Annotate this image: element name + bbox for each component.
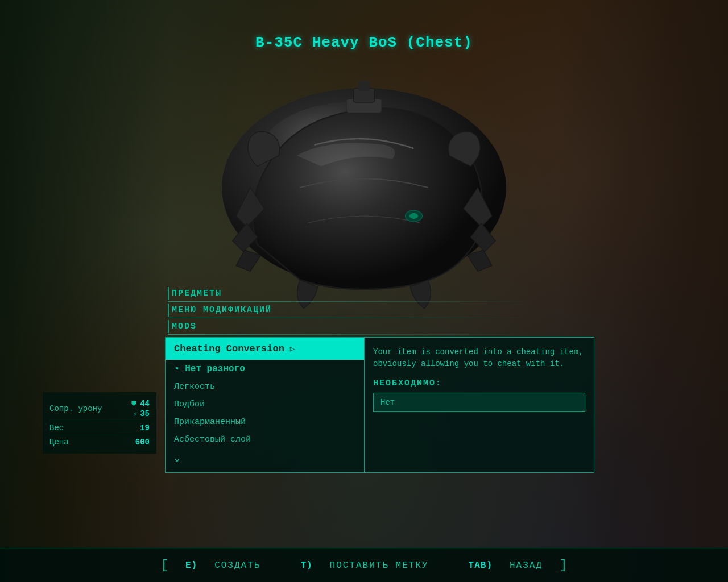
stat-resistance-row: Сопр. урону ⛊ 44 ⚡ 35 — [49, 397, 150, 421]
mod-item-asbestos[interactable]: Асбестовый слой — [166, 431, 364, 448]
mod-label-2: Подбой — [174, 400, 205, 409]
resistance-label: Сопр. урону — [49, 404, 102, 413]
stat-price-row: Цена 600 — [49, 435, 150, 449]
back-label: НАЗАД — [510, 560, 543, 571]
back-key[interactable]: ТАВ) — [469, 560, 493, 571]
bolt-icon: ⚡ — [134, 410, 138, 418]
description-text: Your item is converted into a cheating i… — [373, 346, 585, 370]
bolt-value: 35 — [140, 409, 150, 418]
weight-value: 19 — [140, 423, 150, 433]
top-clasp — [358, 81, 370, 92]
price-label: Цена — [49, 438, 69, 447]
breadcrumb-mods-menu: МЕНЮ МОДИФИКАЦИЙ — [168, 304, 532, 317]
mod-item-cheating-conversion[interactable]: Cheating Conversion ▷ — [166, 338, 364, 360]
mods-list: Cheating Conversion ▷ Нет разного Легкос… — [166, 338, 365, 472]
create-key[interactable]: E) — [185, 560, 197, 571]
divider-1 — [168, 301, 532, 302]
menu-breadcrumb: ПРЕДМЕТЫ МЕНЮ МОДИФИКАЦИЙ MODS — [168, 287, 532, 335]
breadcrumb-items: ПРЕДМЕТЫ — [168, 287, 532, 300]
description-panel: Your item is converted into a cheating i… — [365, 338, 594, 472]
main-panel: Cheating Conversion ▷ Нет разного Легкос… — [165, 337, 594, 473]
green-light-1-inner — [410, 213, 418, 219]
shield-value: 44 — [140, 399, 150, 408]
stat-weight-row: Вес 19 — [49, 421, 150, 435]
open-bracket: [ — [161, 558, 168, 572]
bolt-stat: ⚡ 35 — [134, 409, 150, 418]
requirement-value: Нет — [373, 393, 585, 412]
divider-3 — [168, 334, 532, 335]
mod-item-pocketed[interactable]: Прикарманенный — [166, 413, 364, 431]
mod-label-4: Асбестовый слой — [174, 435, 251, 444]
shield-icon: ⛊ — [131, 400, 137, 408]
mod-label-0: Нет разного — [185, 364, 245, 374]
mark-label: ПОСТАВИТЬ МЕТКУ — [330, 560, 429, 571]
more-items-arrow[interactable]: ⌄ — [166, 448, 364, 467]
mod-label-3: Прикарманенный — [174, 417, 246, 427]
price-value: 600 — [135, 438, 150, 447]
panel-content: Cheating Conversion ▷ Нет разного Легкос… — [166, 338, 594, 472]
weight-label: Вес — [49, 423, 64, 433]
shield-stat: ⛊ 44 — [131, 399, 150, 408]
close-bracket: ] — [560, 558, 567, 572]
mark-key[interactable]: Т) — [300, 560, 312, 571]
create-label: СОЗДАТЬ — [214, 560, 260, 571]
left-strut-3 — [236, 250, 261, 272]
breadcrumb-mods: MODS — [168, 320, 532, 333]
mod-item-no-misc[interactable]: Нет разного — [166, 360, 364, 378]
divider-2 — [168, 318, 532, 318]
action-bar: [ E) СОЗДАТЬ Т) ПОСТАВИТЬ МЕТКУ ТАВ) НАЗ… — [0, 548, 728, 582]
right-strut-3 — [467, 250, 492, 272]
requirements-label: НЕОБХОДИМО: — [373, 379, 585, 388]
stats-panel: Сопр. урону ⛊ 44 ⚡ 35 Вес 19 Цена 600 — [43, 392, 156, 454]
mod-arrow-icon: ▷ — [290, 344, 295, 354]
mod-item-lightweight[interactable]: Легкость — [166, 378, 364, 396]
mod-selected-label: Cheating Conversion — [174, 343, 284, 354]
mod-label-1: Легкость — [174, 382, 215, 392]
mod-item-lining[interactable]: Подбой — [166, 396, 364, 413]
resistance-values: ⛊ 44 ⚡ 35 — [131, 399, 150, 418]
